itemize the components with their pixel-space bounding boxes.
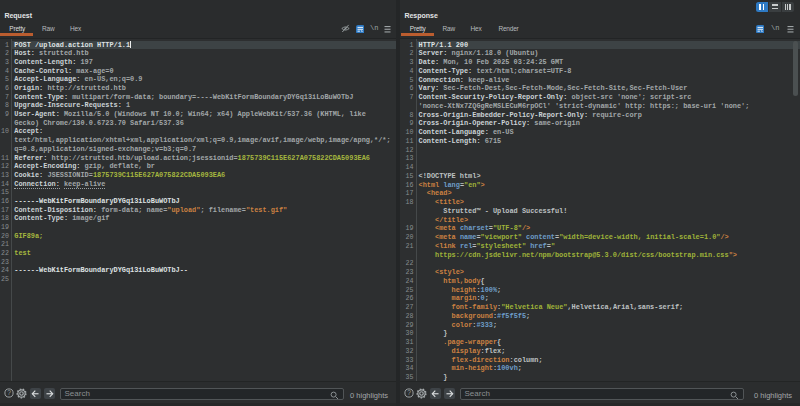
svg-text:?: ? [7,390,11,397]
svg-text:?: ? [407,390,411,397]
